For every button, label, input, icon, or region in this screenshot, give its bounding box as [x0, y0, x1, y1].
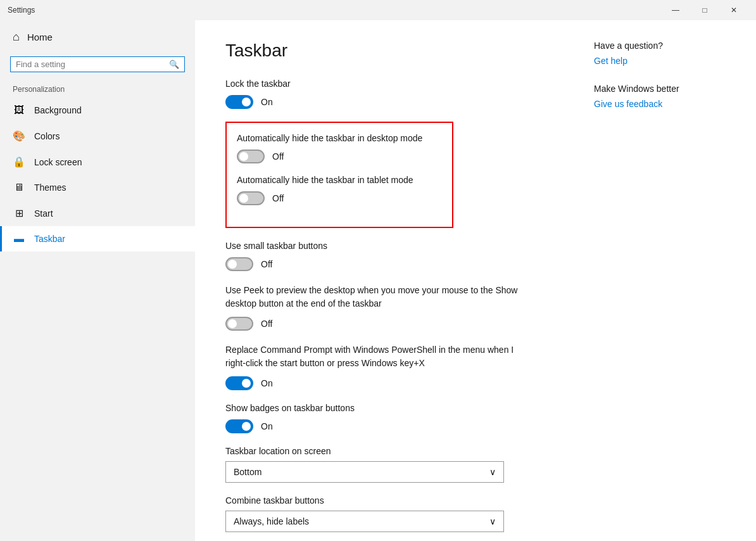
window-controls: — □ ✕ — [661, 0, 748, 20]
themes-icon: 🖥 — [13, 182, 25, 193]
peek-thumb — [228, 319, 237, 328]
hide-tablet-thumb — [239, 194, 248, 203]
hide-tablet-toggle-row: Off — [237, 191, 439, 205]
hide-desktop-toggle[interactable] — [237, 150, 265, 163]
search-input[interactable] — [16, 60, 169, 69]
main-content: Taskbar Lock the taskbar On Automaticall… — [195, 20, 579, 541]
sidebar-item-background[interactable]: 🖼 Background — [0, 98, 195, 123]
setting-peek: Use Peek to preview the desktop when you… — [225, 284, 548, 331]
page-title: Taskbar — [225, 41, 548, 61]
maximize-button[interactable]: □ — [690, 0, 719, 20]
small-buttons-state: Off — [261, 259, 272, 269]
setting-hide-desktop-label: Automatically hide the taskbar in deskto… — [237, 133, 439, 143]
close-button[interactable]: ✕ — [719, 0, 748, 20]
hide-desktop-toggle-row: Off — [237, 150, 439, 163]
setting-peek-label: Use Peek to preview the desktop when you… — [225, 284, 529, 310]
small-buttons-thumb — [228, 260, 237, 269]
peek-toggle-row: Off — [225, 317, 548, 331]
lock-taskbar-thumb — [242, 98, 251, 106]
powershell-thumb — [242, 379, 251, 388]
app-body: ⌂ Home 🔍 Personalization 🖼 Background 🎨 … — [0, 20, 756, 541]
lock-taskbar-state: On — [261, 97, 273, 107]
peek-toggle[interactable] — [225, 317, 253, 331]
dropdown-location-value: Bottom — [234, 467, 261, 477]
dropdown-combine-value: Always, hide labels — [234, 516, 309, 526]
dropdown-combine-chevron: ∨ — [489, 516, 496, 526]
sidebar-section-label: Personalization — [0, 80, 195, 98]
setting-lock-taskbar-label: Lock the taskbar — [225, 79, 548, 89]
app-title: Settings — [8, 6, 661, 15]
badges-state: On — [261, 421, 273, 431]
setting-badges: Show badges on taskbar buttons On — [225, 403, 548, 433]
setting-hide-tablet-label: Automatically hide the taskbar in tablet… — [237, 175, 439, 185]
setting-powershell-label: Replace Command Prompt with Windows Powe… — [225, 343, 529, 370]
powershell-state: On — [261, 378, 273, 388]
dropdown-location-label: Taskbar location on screen — [225, 446, 548, 456]
background-icon: 🖼 — [13, 105, 25, 116]
get-help-link[interactable]: Get help — [594, 56, 741, 66]
hide-tablet-state: Off — [272, 193, 284, 203]
small-buttons-toggle-row: Off — [225, 257, 548, 271]
powershell-toggle-row: On — [225, 376, 548, 390]
powershell-toggle[interactable] — [225, 376, 253, 390]
right-panel: Have a question? Get help Make Windows b… — [579, 20, 756, 541]
lock-taskbar-toggle-row: On — [225, 95, 548, 109]
right-feedback-title: Make Windows better — [594, 84, 741, 94]
sidebar-item-themes-label: Themes — [34, 182, 66, 193]
setting-badges-label: Show badges on taskbar buttons — [225, 403, 548, 413]
right-help-title: Have a question? — [594, 41, 741, 51]
hide-tablet-toggle[interactable] — [237, 191, 265, 205]
sidebar-item-start-label: Start — [34, 208, 53, 219]
sidebar-item-start[interactable]: ⊞ Start — [0, 200, 195, 226]
peek-track[interactable] — [225, 317, 253, 331]
taskbar-icon: ▬ — [13, 233, 25, 245]
sidebar-item-colors[interactable]: 🎨 Colors — [0, 123, 195, 149]
highlight-box: Automatically hide the taskbar in deskto… — [225, 122, 453, 228]
home-icon: ⌂ — [13, 30, 20, 44]
minimize-button[interactable]: — — [661, 0, 690, 20]
sidebar-item-colors-label: Colors — [34, 131, 60, 141]
small-buttons-toggle[interactable] — [225, 257, 253, 271]
sidebar-item-lock-screen[interactable]: 🔒 Lock screen — [0, 149, 195, 175]
hide-desktop-track[interactable] — [237, 150, 265, 163]
dropdown-combine-label: Combine taskbar buttons — [225, 495, 548, 506]
sidebar-home-label: Home — [27, 32, 53, 42]
sidebar-item-home[interactable]: ⌂ Home — [0, 20, 195, 54]
hide-desktop-thumb — [239, 152, 248, 161]
dropdown-location-chevron: ∨ — [489, 467, 496, 477]
hide-tablet-track[interactable] — [237, 191, 265, 205]
right-section-help: Have a question? Get help — [594, 41, 741, 66]
sidebar-item-taskbar-label: Taskbar — [34, 234, 65, 244]
search-icon: 🔍 — [169, 60, 179, 69]
title-bar: Settings — □ ✕ — [0, 0, 756, 20]
sidebar-item-themes[interactable]: 🖥 Themes — [0, 175, 195, 200]
lock-taskbar-toggle[interactable] — [225, 95, 253, 109]
colors-icon: 🎨 — [13, 130, 25, 142]
lock-taskbar-track[interactable] — [225, 95, 253, 109]
dropdown-location-select[interactable]: Bottom ∨ — [225, 461, 504, 483]
setting-small-buttons-label: Use small taskbar buttons — [225, 241, 548, 251]
hide-desktop-state: Off — [272, 151, 284, 162]
setting-lock-taskbar: Lock the taskbar On — [225, 79, 548, 109]
badges-toggle-row: On — [225, 419, 548, 433]
peek-state: Off — [261, 319, 272, 329]
sidebar-item-background-label: Background — [34, 105, 82, 115]
lock-screen-icon: 🔒 — [13, 156, 25, 168]
sidebar: ⌂ Home 🔍 Personalization 🖼 Background 🎨 … — [0, 20, 195, 541]
badges-thumb — [242, 422, 251, 431]
start-icon: ⊞ — [13, 207, 25, 219]
dropdown-combine: Combine taskbar buttons Always, hide lab… — [225, 495, 548, 532]
setting-small-buttons: Use small taskbar buttons Off — [225, 241, 548, 271]
badges-track[interactable] — [225, 419, 253, 433]
setting-powershell: Replace Command Prompt with Windows Powe… — [225, 343, 548, 390]
sidebar-item-taskbar[interactable]: ▬ Taskbar — [0, 226, 195, 251]
small-buttons-track[interactable] — [225, 257, 253, 271]
badges-toggle[interactable] — [225, 419, 253, 433]
dropdown-location: Taskbar location on screen Bottom ∨ — [225, 446, 548, 483]
right-section-feedback: Make Windows better Give us feedback — [594, 84, 741, 109]
sidebar-item-lock-screen-label: Lock screen — [34, 157, 82, 167]
dropdown-combine-select[interactable]: Always, hide labels ∨ — [225, 511, 504, 532]
search-box[interactable]: 🔍 — [10, 56, 185, 72]
give-feedback-link[interactable]: Give us feedback — [594, 99, 741, 109]
powershell-track[interactable] — [225, 376, 253, 390]
